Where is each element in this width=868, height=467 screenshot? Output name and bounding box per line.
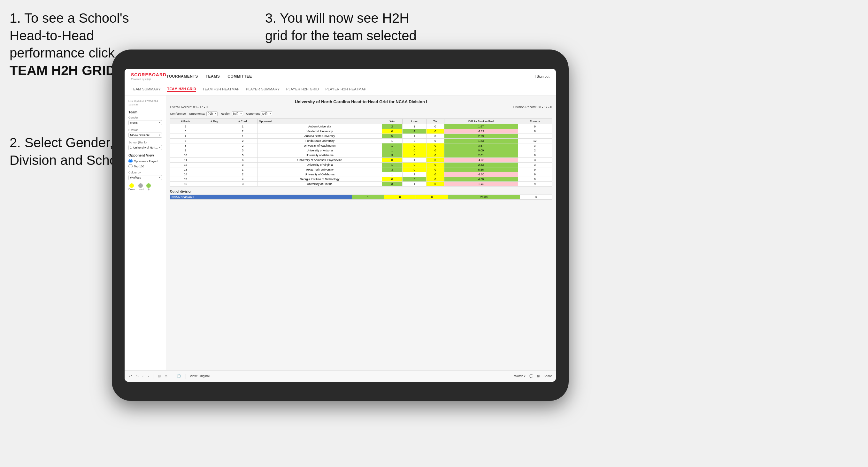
gender-select[interactable]: Men's bbox=[128, 120, 162, 125]
cell-loss: 1 bbox=[402, 124, 427, 129]
cell-reg bbox=[201, 148, 228, 153]
opponent-select[interactable]: (All) bbox=[261, 112, 272, 116]
cell-rounds: 3 bbox=[518, 163, 552, 167]
cell-win: 1 bbox=[382, 138, 402, 144]
toolbar-divider-1 bbox=[153, 374, 153, 379]
cell-loss: 0 bbox=[402, 167, 427, 172]
cell-diff: 1.67 bbox=[444, 124, 518, 129]
cell-conf: 2 bbox=[228, 138, 257, 144]
subnav-team-summary[interactable]: TEAM SUMMARY bbox=[131, 87, 161, 92]
cell-reg bbox=[201, 182, 228, 187]
colour-by-label: Colour by bbox=[128, 171, 162, 174]
cell-reg bbox=[201, 167, 228, 172]
cell-tie: 0 bbox=[427, 172, 444, 177]
cell-opponent: Arizona State University bbox=[257, 134, 382, 138]
cell-win: 5 bbox=[382, 134, 402, 138]
subnav-player-h2h-heatmap[interactable]: PLAYER H2H HEATMAP bbox=[325, 87, 366, 92]
cell-win: 2 bbox=[382, 124, 402, 129]
school-select[interactable]: 1. University of Nort... bbox=[128, 145, 162, 150]
cell-win: 0 bbox=[382, 129, 402, 134]
sign-out-link[interactable]: | Sign out bbox=[535, 74, 550, 78]
colour-select[interactable]: Win/loss bbox=[128, 175, 162, 180]
cell-win: 1 bbox=[382, 172, 402, 177]
view-label: View: Original bbox=[190, 374, 210, 378]
cell-diff: 3.67 bbox=[444, 144, 518, 148]
nav-committee[interactable]: COMMITTEE bbox=[227, 74, 252, 79]
grid-records: Overall Record: 89 - 17 - 0 Division Rec… bbox=[170, 105, 552, 109]
subnav-team-h2h-grid[interactable]: TEAM H2H GRID bbox=[167, 87, 196, 92]
cell-diff: 4.50 bbox=[444, 177, 518, 182]
cell-rounds: 9 bbox=[518, 182, 552, 187]
watch-button[interactable]: Watch ▾ bbox=[514, 374, 526, 378]
cell-reg bbox=[201, 172, 228, 177]
timestamp: Last Updated: 27/03/2024 16:55:38 bbox=[128, 99, 162, 106]
cell-rounds: 9 bbox=[518, 124, 552, 129]
undo-button[interactable]: ↩ bbox=[128, 373, 132, 379]
nav-tournaments[interactable]: TOURNAMENTS bbox=[166, 74, 198, 79]
region-filter-group: Region (All) bbox=[221, 112, 243, 116]
cell-reg bbox=[201, 138, 228, 144]
table-row: 12 3 University of Virginia 1 0 0 2.33 3 bbox=[170, 163, 552, 167]
conference-select[interactable]: (All) bbox=[206, 112, 218, 116]
cell-loss: 0 bbox=[402, 163, 427, 167]
forward-button[interactable]: › bbox=[147, 374, 150, 379]
cell-reg bbox=[201, 153, 228, 158]
cell-conf: 3 bbox=[228, 148, 257, 153]
colour-down-label: Down bbox=[128, 188, 135, 191]
gender-select-wrapper[interactable]: Men's bbox=[128, 120, 162, 125]
subnav-team-h2h-heatmap[interactable]: TEAM H2H HEATMAP bbox=[203, 87, 240, 92]
cell-tie: 0 bbox=[427, 153, 444, 158]
cell-opponent: University of Virginia bbox=[257, 163, 382, 167]
cell-diff: -1.00 bbox=[444, 172, 518, 177]
col-opponent: Opponent bbox=[257, 119, 382, 124]
division-select-wrapper[interactable]: NCAA Division I bbox=[128, 132, 162, 138]
colour-select-wrapper[interactable]: Win/loss bbox=[128, 175, 162, 180]
subnav: TEAM SUMMARY TEAM H2H GRID TEAM H2H HEAT… bbox=[125, 84, 556, 95]
cell-reg bbox=[201, 144, 228, 148]
cell-diff: 9.00 bbox=[444, 148, 518, 153]
back-button[interactable]: ‹ bbox=[142, 374, 145, 379]
region-select-wrap[interactable]: (All) bbox=[232, 112, 243, 116]
cell-rounds: 12 bbox=[518, 138, 552, 144]
radio-top100[interactable]: Top 100 bbox=[128, 164, 162, 168]
opponent-select-wrap[interactable]: (All) bbox=[261, 112, 272, 116]
clock-button[interactable]: 🕐 bbox=[176, 373, 182, 379]
school-select-wrapper[interactable]: 1. University of Nort... bbox=[128, 145, 162, 150]
subnav-player-summary[interactable]: PLAYER SUMMARY bbox=[246, 87, 280, 92]
cell-conf: 2 bbox=[228, 129, 257, 134]
division-select[interactable]: NCAA Division I bbox=[128, 132, 162, 138]
cell-rank: 11 bbox=[170, 158, 201, 163]
cell-win: 1 bbox=[382, 148, 402, 153]
cell-conf: 6 bbox=[228, 158, 257, 163]
comment-button[interactable]: 💬 bbox=[529, 374, 533, 378]
zoom-in-button[interactable]: ⊕ bbox=[164, 373, 168, 379]
table-row: 13 1 Texas Tech University 3 0 0 5.56 9 bbox=[170, 167, 552, 172]
redo-button[interactable]: ↪ bbox=[135, 373, 139, 379]
out-of-division-header: Out of division bbox=[170, 190, 552, 193]
cell-rank: 4 bbox=[170, 134, 201, 138]
subnav-player-h2h-grid[interactable]: PLAYER H2H GRID bbox=[286, 87, 319, 92]
radio-opponents-played[interactable]: Opponents Played bbox=[128, 159, 162, 163]
cell-tie: 0 bbox=[427, 182, 444, 187]
cell-tie: 0 bbox=[427, 124, 444, 129]
share-button[interactable]: Share bbox=[544, 374, 552, 378]
conference-select-wrap[interactable]: (All) bbox=[206, 112, 218, 116]
annotation-1-text: 1. To see a School's Head-to-Head perfor… bbox=[9, 10, 129, 60]
out-of-division-row: NCAA Division II 1 0 0 26.00 3 bbox=[170, 195, 552, 200]
main-content: Last Updated: 27/03/2024 16:55:38 Team G… bbox=[125, 95, 556, 370]
crop-button[interactable]: ⊞ bbox=[157, 373, 161, 379]
col-tie: Tie bbox=[427, 119, 444, 124]
cell-diff: 5.56 bbox=[444, 167, 518, 172]
annotation-3: 3. You will now see H2H grid for the tea… bbox=[265, 9, 431, 44]
region-select[interactable]: (All) bbox=[232, 112, 243, 116]
colour-legend: Down Level Up bbox=[128, 183, 162, 191]
cell-tie: 0 bbox=[427, 177, 444, 182]
cell-diff: -2.29 bbox=[444, 129, 518, 134]
cell-diff: -6.42 bbox=[444, 182, 518, 187]
filter-row: Conference Opponents: (All) Region (All) bbox=[170, 112, 552, 116]
cell-rank: 3 bbox=[170, 129, 201, 134]
cell-rank: 13 bbox=[170, 167, 201, 172]
colour-level-label: Level bbox=[137, 188, 144, 191]
nav-teams[interactable]: TEAMS bbox=[206, 74, 220, 79]
grid-button[interactable]: ⊞ bbox=[537, 374, 539, 378]
